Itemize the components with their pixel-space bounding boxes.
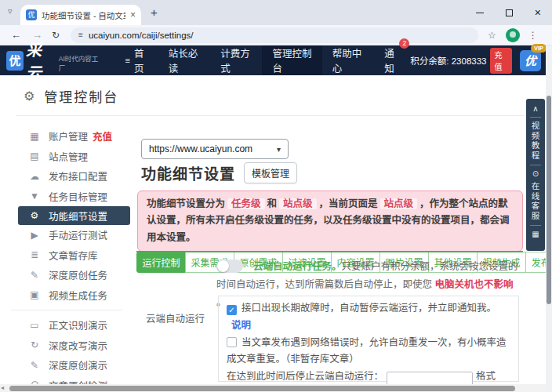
sidebar-item-feature-settings[interactable]: ⚙ 功能细节设置 (18, 206, 130, 225)
cloud-autorun-options: ✓接口出现长期故障时，自动暂停云端运行，并立即通知我。说明 当文章发布遇到网络错… (218, 296, 519, 382)
sidebar-item-publish-api[interactable]: ☁ 发布接口配置 (0, 166, 133, 187)
sidebar-item-label: 账户管理 (49, 129, 88, 143)
play-icon: ▶ (28, 230, 41, 241)
notice-text: 和 (267, 198, 278, 209)
browser-tab-bar: ▿ 优 功能细节设置 - 自动文章采集... × + × (0, 0, 552, 25)
floatbar-divider (530, 165, 541, 165)
notice-tag-site-level: 站点级 (279, 198, 317, 209)
brand-tagline: AI时代内容工厂 (59, 53, 100, 72)
vertical-scrollbar-thumb[interactable] (547, 96, 551, 304)
site-selector[interactable]: https://www.ucaiyun.com ▾ (141, 139, 289, 159)
heading-row: 功能细节设置 模板管理 (141, 162, 297, 183)
horizontal-scrollbar-thumb[interactable] (9, 386, 515, 391)
nav-item-label: 首页 (134, 45, 148, 75)
vip-badge: VIP (531, 44, 547, 53)
sidebar-item-label: 深度原创任务 (49, 267, 107, 282)
browser-menu-icon[interactable]: ⋮ (528, 30, 538, 41)
points-balance: 积分余额: 2308333 (410, 54, 486, 67)
option-row-pause-on-failure: ✓接口出现长期故障时，自动暂停云端运行，并立即通知我。说明 (227, 300, 510, 335)
nav-item-label: 帮助中心 (332, 45, 364, 75)
sidebar-item-deep-original-task[interactable]: ✎ 深度原创任务 (0, 265, 133, 285)
screen: ▿ 优 功能细节设置 - 自动文章采集... × + × ← → ↻ ≡ uca… (0, 0, 552, 392)
video-tutorial-link[interactable]: 视频教程 (530, 122, 542, 161)
section-heading: 功能细节设置 (141, 162, 235, 183)
nav-item-pricing[interactable]: 计费方式 (210, 45, 262, 75)
browser-toolbar: ← → ↻ ≡ ucaiyun.com/caiji/settings/ ☆ ⋮ (0, 25, 552, 45)
recharge-button[interactable]: 充值 (490, 48, 512, 74)
edit-icon: ✎ (28, 360, 41, 371)
floatbar-divider (530, 117, 541, 118)
tab-run-control[interactable]: 运行控制 (136, 252, 186, 273)
toggle-highlight: 电脑关机也不影响 (434, 279, 513, 290)
window-close-button[interactable]: × (535, 7, 541, 18)
tab-title: 功能细节设置 - 自动文章采集... (42, 9, 125, 21)
sidebar-item-content-recognition-demo[interactable]: ▭ 正文识别演示 (0, 315, 133, 336)
vertical-scrollbar[interactable] (546, 45, 552, 392)
qr-code-icon[interactable]: ▦ (532, 230, 539, 238)
sidebar-item-label: 功能细节设置 (49, 209, 107, 223)
database-icon: ≣ (28, 249, 41, 260)
refresh-icon: ↻ (28, 339, 41, 350)
sidebar-item-manual-test[interactable]: ▶ 手动运行测试 (0, 225, 133, 245)
tabs-underline (136, 251, 523, 252)
sidebar-recharge-link[interactable]: 充值 (93, 129, 112, 143)
nav-item-label: 管理控制台 (272, 45, 311, 75)
bookmark-star-icon[interactable]: ☆ (488, 30, 496, 41)
new-tab-button[interactable]: + (151, 5, 158, 19)
nav-item-console[interactable]: 管理控制台 (262, 45, 321, 75)
nav-item-notifications[interactable]: 通知 2 (374, 45, 410, 75)
online-service-link[interactable]: 在线客服 (530, 182, 542, 221)
sidebar-item-video-task[interactable]: ▣ 视频生成任务 (0, 285, 133, 306)
browser-tab[interactable]: 优 功能细节设置 - 自动文章采集... × (20, 5, 141, 25)
nav-item-label: 通知 2 (384, 45, 400, 75)
tab-search-chevron-icon[interactable]: ▿ (8, 6, 13, 16)
site-header: 优 采云 AI时代内容工厂 ≡ 首页 站长必读 计费方式 管理控制台 帮助中心 … (0, 45, 552, 75)
cloud-icon: ☁ (28, 171, 41, 182)
nav-item-home[interactable]: ≡ 首页 (114, 45, 158, 75)
sidebar-item-deep-rewrite-demo[interactable]: ↻ 深度改写演示 (0, 336, 133, 356)
sidebar-item-label: 站点管理 (49, 149, 88, 164)
window-maximize-button[interactable] (506, 9, 513, 16)
site-info-icon[interactable]: ≡ (78, 31, 83, 39)
checkbox-retry-on-error[interactable] (227, 337, 237, 347)
stop-time-label: 在达到此时间后停止云端自动运行： (227, 371, 383, 382)
sidebar-item-article-staging[interactable]: ≣ 文章暂存库 (0, 245, 133, 266)
address-bar[interactable]: ≡ ucaiyun.com/caiji/settings/ (71, 27, 478, 43)
sidebar-item-sites[interactable]: ▤ 站点管理 (0, 147, 133, 167)
sidebar-item-deep-original-demo[interactable]: ✎ 深度原创演示 (0, 355, 133, 376)
sidebar-item-label: 深度改写演示 (49, 338, 107, 353)
sidebar: ▦ 账户管理 充值 ▤ 站点管理 ☁ 发布接口配置 ▼ 任务目标管理 ⚙ 功能细… (0, 126, 133, 392)
format-label: 格式 (476, 371, 496, 382)
option-row-retry-on-error: 当文章发布遇到网络错误时，允许自动重发一次，有小概率造成文章重复。（非暂存库文章… (227, 335, 510, 369)
sidebar-item-account[interactable]: ▦ 账户管理 充值 (0, 126, 133, 147)
back-icon[interactable]: ← (11, 29, 21, 41)
window-minimize-button[interactable] (476, 13, 484, 13)
scroll-left-arrow-icon[interactable]: ◂ (1, 384, 4, 392)
headset-icon: ⊙ (532, 169, 539, 178)
sidebar-item-label: 文章暂存库 (49, 248, 98, 263)
url-text: ucaiyun.com/caiji/settings/ (89, 31, 194, 40)
checkbox-pause-on-failure[interactable]: ✓ (227, 305, 237, 315)
site-favicon: 优 (26, 9, 37, 20)
user-avatar-wrap[interactable]: 优 VIP (520, 50, 541, 71)
sidebar-item-label: 任务目标管理 (49, 189, 107, 204)
nav-item-help[interactable]: 帮助中心 (322, 45, 374, 75)
back-to-top-button[interactable]: ∧ (532, 104, 538, 113)
option-text: 接口出现长期故障时，自动暂停云端运行，并立即通知我。 (242, 303, 496, 314)
browser-profile-avatar[interactable] (506, 28, 520, 42)
site-logo[interactable]: 优 (6, 51, 24, 71)
avatar[interactable]: 优 (520, 50, 541, 71)
cloud-autorun-toggle[interactable] (216, 260, 243, 273)
notice-tag-task-level: 任务级 (227, 198, 265, 209)
nav-item-must-read[interactable]: 站长必读 (158, 45, 210, 75)
top-nav: ≡ 首页 站长必读 计费方式 管理控制台 帮助中心 通知 2 (114, 45, 410, 75)
gear-icon: ⚙ (24, 89, 34, 103)
filter-icon: ▼ (28, 191, 41, 201)
notice-text: ，当前页面是 (319, 198, 378, 209)
tab-close-icon[interactable]: × (130, 9, 136, 20)
sidebar-item-task-targets[interactable]: ▼ 任务目标管理 (0, 187, 133, 207)
explain-link[interactable]: 说明 (231, 320, 251, 331)
template-manage-button[interactable]: 模板管理 (244, 162, 297, 183)
menu-icon: ≡ (125, 56, 129, 65)
sidebar-divider (11, 310, 122, 310)
